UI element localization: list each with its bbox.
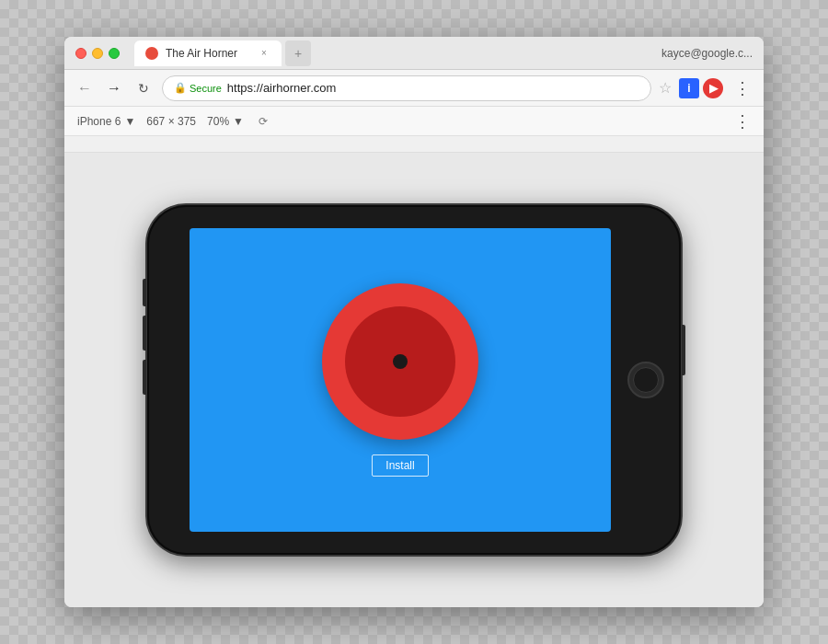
extension-1-icon[interactable]: i xyxy=(679,78,699,98)
lock-icon: 🔒 xyxy=(174,82,187,94)
viewport: Install xyxy=(64,153,764,607)
device-dimensions: 667 × 375 xyxy=(146,115,196,128)
maximize-button[interactable] xyxy=(109,48,120,59)
device-toolbar: iPhone 6 ▼ 667 × 375 70% ▼ ⟳ ⋮ xyxy=(64,107,764,136)
url-bar[interactable]: 🔒 Secure https://airhorner.com xyxy=(162,75,651,101)
url-text: https://airhorner.com xyxy=(227,81,337,95)
zoom-level: 70% xyxy=(207,115,229,128)
tab-area: The Air Horner × + xyxy=(134,40,654,66)
horn-container: Install xyxy=(322,283,478,477)
zoom-selector[interactable]: 70% ▼ xyxy=(207,115,244,128)
ruler-area xyxy=(64,136,764,153)
refresh-button[interactable]: ↻ xyxy=(132,77,155,99)
device-chevron-icon: ▼ xyxy=(124,115,135,128)
power-button xyxy=(682,325,685,375)
volume-up-button xyxy=(143,316,146,351)
forward-button[interactable]: → xyxy=(103,77,125,99)
extension-2-icon[interactable]: ▶ xyxy=(703,78,723,98)
minimize-button[interactable] xyxy=(92,48,103,59)
home-button-inner xyxy=(633,367,659,393)
secure-label: Secure xyxy=(190,83,222,94)
horn-outer-circle[interactable] xyxy=(322,283,478,440)
tab-favicon xyxy=(145,47,158,60)
tab-title: The Air Horner xyxy=(166,47,250,60)
phone-device: Install xyxy=(147,205,681,555)
volume-down-button xyxy=(143,360,146,395)
horn-inner-circle xyxy=(345,306,455,417)
title-bar: The Air Horner × + kayce@google.c... xyxy=(64,37,764,70)
active-tab[interactable]: The Air Horner × xyxy=(134,40,282,66)
toolbar-more-icon[interactable]: ⋮ xyxy=(734,111,751,132)
secure-badge: 🔒 Secure xyxy=(174,82,222,94)
browser-window: The Air Horner × + kayce@google.c... ← →… xyxy=(64,37,764,607)
zoom-chevron-icon: ▼ xyxy=(233,115,244,128)
address-bar: ← → ↻ 🔒 Secure https://airhorner.com ☆ i… xyxy=(64,70,764,107)
browser-menu-icon[interactable]: ⋮ xyxy=(730,78,754,98)
close-button[interactable] xyxy=(75,48,86,59)
home-button[interactable] xyxy=(627,362,664,398)
device-width: 667 xyxy=(146,115,165,128)
rotate-icon[interactable]: ⟳ xyxy=(255,113,271,130)
new-tab-button[interactable]: + xyxy=(285,40,311,66)
device-selector[interactable]: iPhone 6 ▼ xyxy=(77,115,135,128)
back-button[interactable]: ← xyxy=(74,77,96,99)
phone-screen[interactable]: Install xyxy=(190,228,611,532)
install-button[interactable]: Install xyxy=(372,454,428,477)
horn-dot xyxy=(393,354,408,369)
extension-icons: i ▶ xyxy=(679,78,723,98)
bookmark-icon[interactable]: ☆ xyxy=(659,79,672,97)
device-height: 375 xyxy=(178,115,196,128)
ruler-ticks xyxy=(64,136,764,152)
user-email: kayce@google.c... xyxy=(661,47,753,60)
close-tab-icon[interactable]: × xyxy=(258,47,270,60)
traffic-lights xyxy=(75,48,120,59)
dimension-cross: × xyxy=(168,115,175,128)
device-name: iPhone 6 xyxy=(77,115,121,128)
